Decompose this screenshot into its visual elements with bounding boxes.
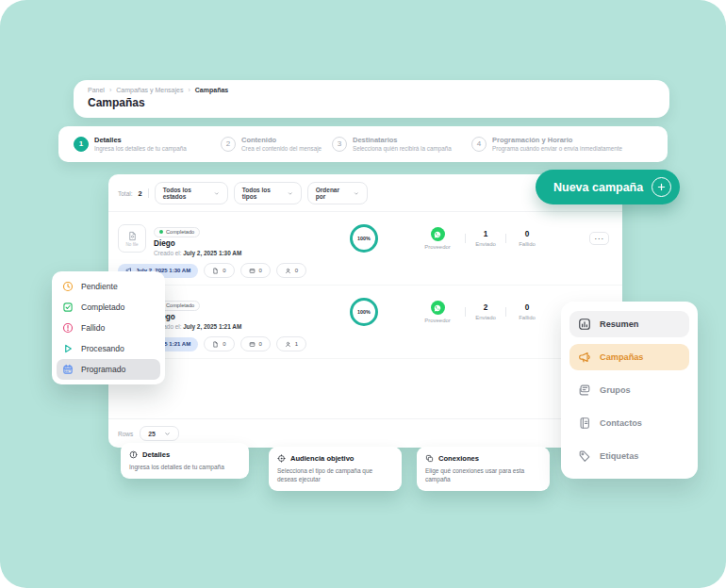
app-canvas: Panel › Campañas y Mensajes › Campañas C… [0,0,726,588]
media-icon [249,268,256,274]
info-card-title: Detalles [142,450,170,459]
breadcrumb-panel[interactable]: Panel [88,87,105,93]
step-label: Programación y Horario [492,136,622,144]
breadcrumb-separator: › [188,87,190,93]
step-programacion[interactable]: 4 Programación y Horario Programa cuándo… [471,136,652,152]
row-menu-button[interactable]: ··· [589,232,609,245]
failed-label: Fallido [519,315,536,320]
sidebar-item-grupos[interactable]: Grupos [569,377,689,403]
bar-chart-icon [578,318,591,331]
failed-column: 0 Fallido [506,230,548,247]
error-circle-icon [62,322,74,334]
tag-icon [578,449,591,463]
attachment-chip-contacts[interactable]: 0 [276,263,306,278]
status-dropdown-menu: Pendiente Completado Fallido Procesando … [52,271,165,384]
calendar-icon [62,364,74,375]
failed-column: 0 Fallido [506,303,548,320]
chevron-down-icon [288,190,293,197]
page-title: Campañas [88,96,655,109]
attachment-chip-media[interactable]: 0 [240,336,271,351]
step-number: 3 [332,137,347,152]
no-file-label: No file [125,242,138,247]
attachment-chip-contacts[interactable]: 1 [276,336,306,351]
whatsapp-icon [431,227,445,241]
breadcrumb-separator: › [109,87,111,93]
step-number: 2 [221,137,236,152]
progress-ring: 100% [350,224,378,253]
dropdown-item-pendiente[interactable]: Pendiente [57,276,160,297]
info-card-title: Audiencia objetivo [290,454,355,463]
info-card-title: Conexiones [438,454,479,463]
dropdown-item-programado[interactable]: Programado [57,359,160,380]
sent-column: 2 Enviado [466,303,505,320]
status-filter-select[interactable]: Todos los estados [155,182,228,204]
info-card-description: Ingresa los detalles de tu campaña [129,463,240,471]
dropdown-item-completado[interactable]: Completado [57,297,160,318]
type-filter-select[interactable]: Todos los tipos [234,182,302,204]
step-contenido[interactable]: 2 Contenido Crea el contenido del mensaj… [221,136,332,152]
rows-per-page-select[interactable]: 25 [140,426,179,441]
info-icon [129,450,138,459]
sort-filter-value: Ordenar por [316,187,344,200]
row-chips: July 2, 2025 1:30 AM 0 0 0 [118,263,613,278]
new-campaign-button[interactable]: Nueva campaña [536,170,680,204]
breadcrumb-current: Campañas [195,87,228,93]
connections-icon [425,454,434,463]
whatsapp-icon [431,301,445,315]
status-dot-icon [159,230,163,234]
step-destinatarios[interactable]: 3 Destinatarios Selecciona quién recibir… [332,136,471,152]
info-card-conexiones: Conexiones Elige qué conexiones usar par… [417,447,550,491]
file-icon [212,268,219,274]
campaigns-table-card: Total: 2 Todos los estados Todos los tip… [108,174,622,448]
status-badge-label: Completado [166,302,194,308]
progress-value: 100% [357,309,371,315]
person-icon [285,341,291,348]
created-at: Creado el: July 2, 2025 1:21 AM [154,323,297,330]
sidebar-item-resumen[interactable]: Resumen [569,311,689,337]
file-icon [127,231,138,241]
table-row[interactable]: No file Completado Diego Creado el: July… [108,212,622,286]
total-label: Total: [118,190,133,197]
step-detalles[interactable]: 1 Detalles Ingresa los detalles de tu ca… [74,136,221,152]
sidebar-menu: Resumen Campañas Grupos Contactos Etique… [561,302,698,479]
step-label: Detalles [94,136,187,144]
attachment-chip-files[interactable]: 0 [204,336,234,351]
status-filter-value: Todos los estados [163,187,206,200]
dropdown-item-fallido[interactable]: Fallido [57,318,160,338]
table-empty-space [108,359,622,418]
step-number: 4 [471,137,487,152]
dropdown-item-procesando[interactable]: Procesando [57,338,160,359]
stepper: 1 Detalles Ingresa los detalles de tu ca… [58,126,668,162]
plus-circle-icon [652,177,671,197]
table-body: No file Completado Diego Creado el: July… [108,211,622,448]
rows-per-page-label: Rows [118,431,133,437]
attachment-chip-files[interactable]: 0 [204,263,234,278]
file-icon [212,341,219,348]
attachment-chip-media[interactable]: 0 [240,263,271,278]
campaign-name: Diego [154,239,297,248]
sidebar-item-etiquetas[interactable]: Etiquetas [569,443,689,469]
step-label: Destinatarios [353,136,452,144]
info-card-audiencia: Audiencia objetivo Selecciona el tipo de… [269,447,402,491]
step-description: Programa cuándo enviar o envía inmediata… [492,145,622,153]
sort-filter-select[interactable]: Ordenar por [307,182,368,204]
info-card-detalles: Detalles Ingresa los detalles de tu camp… [121,443,249,479]
breadcrumb-campaigns-messages[interactable]: Campañas y Mensajes [116,87,183,93]
chevron-down-icon [214,190,220,197]
sent-value: 1 [484,230,488,238]
contacts-icon [578,416,591,430]
status-badge-label: Completado [166,229,194,235]
table-row[interactable]: No file Completado Diego Creado el: July… [108,286,622,359]
sidebar-item-contactos[interactable]: Contactos [569,410,689,436]
step-description: Selecciona quién recibirá la campaña [353,145,452,153]
target-icon [277,454,286,463]
sent-column: 1 Enviado [466,230,505,247]
failed-value: 0 [525,303,530,312]
file-thumbnail: No file [118,224,146,253]
sidebar-item-campanas[interactable]: Campañas [569,344,689,370]
step-label: Contenido [241,136,322,144]
info-card-description: Elige qué conexiones usar para esta camp… [425,466,541,483]
provider-label: Proveedor [424,318,451,323]
clock-icon [62,281,74,292]
status-badge: Completado [154,227,200,237]
